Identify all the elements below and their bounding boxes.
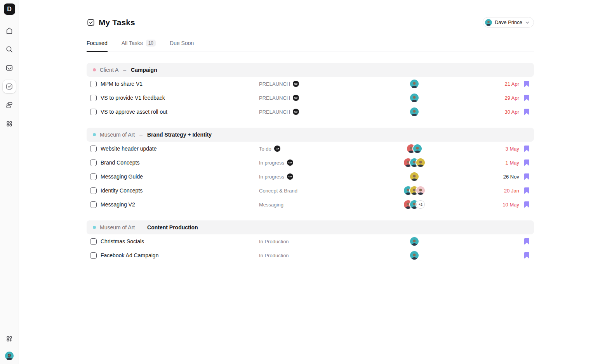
task-title[interactable]: MPM to share V1 — [101, 81, 259, 87]
table-row[interactable]: Identity Concepts Concept & Brand 20 Jan — [87, 184, 534, 198]
task-title[interactable]: Christmas Socials — [101, 238, 259, 244]
status-label: In progress — [259, 174, 284, 180]
page-title: My Tasks — [99, 18, 135, 27]
task-checkbox[interactable] — [90, 238, 97, 245]
task-checkbox[interactable] — [90, 159, 97, 166]
client-name: Museum of Art — [100, 132, 135, 138]
due-date: 10 May — [473, 202, 519, 208]
task-checkbox[interactable] — [90, 95, 97, 101]
person-silhouette — [410, 108, 419, 116]
bookmark-icon[interactable] — [524, 173, 529, 180]
table-row[interactable]: Messaging Guide In progress 26 Nov — [87, 170, 534, 184]
task-checkbox[interactable] — [90, 146, 97, 152]
avatar — [410, 80, 419, 88]
bookmark-icon[interactable] — [524, 81, 529, 87]
task-status: In progress — [259, 173, 356, 180]
task-checkbox[interactable] — [90, 201, 97, 208]
add-apps-icon — [5, 335, 14, 343]
assignee-avatars[interactable] — [410, 107, 419, 116]
tab[interactable]: All Tasks 10 — [122, 40, 156, 52]
project-logo-icon — [274, 146, 280, 152]
tab[interactable]: Due Soon — [170, 40, 194, 52]
section-header[interactable]: Museum of Art – Brand Strategy + Identit… — [87, 128, 534, 142]
bookmark-icon[interactable] — [524, 146, 529, 152]
client-color-dot — [93, 226, 96, 229]
task-checkbox[interactable] — [90, 187, 97, 194]
table-row[interactable]: Christmas Socials In Production — [87, 234, 534, 248]
task-title[interactable]: VS to approve asset roll out — [101, 109, 259, 115]
assignee-avatars[interactable] — [410, 172, 419, 181]
avatar — [416, 158, 425, 167]
assignees-cell — [356, 251, 473, 260]
section-header[interactable]: Museum of Art – Content Production — [87, 220, 534, 234]
bookmark-icon[interactable] — [524, 238, 529, 244]
separator-dash: – — [139, 132, 143, 138]
status-label: In Production — [259, 239, 289, 244]
sidebar-item-search[interactable] — [3, 43, 16, 56]
assignee-avatars[interactable] — [410, 237, 419, 246]
task-status: Messaging — [259, 202, 356, 208]
assignee-avatars[interactable] — [410, 251, 419, 260]
client-color-dot — [93, 133, 96, 136]
assignees-cell — [356, 158, 473, 167]
task-section: Museum of Art – Brand Strategy + Identit… — [87, 128, 534, 211]
page-header: My Tasks Dave Prince — [87, 0, 534, 28]
separator-dash: – — [123, 67, 126, 73]
bookmark-icon[interactable] — [524, 159, 529, 166]
table-row[interactable]: MPM to share V1 PRELAUNCH 21 Apr — [87, 77, 534, 91]
bookmark-icon[interactable] — [524, 95, 529, 101]
task-title[interactable]: Website header update — [101, 146, 259, 152]
user-switcher-button[interactable]: Dave Prince — [483, 17, 534, 28]
app-logo[interactable]: D — [4, 3, 15, 15]
task-checkbox[interactable] — [90, 252, 97, 259]
sidebar-item-add-apps[interactable] — [3, 332, 16, 345]
assignee-avatars[interactable] — [410, 80, 419, 88]
person-silhouette — [410, 94, 419, 102]
person-silhouette — [485, 19, 492, 26]
assignee-avatars[interactable] — [407, 144, 422, 153]
assignee-avatars[interactable] — [404, 158, 425, 167]
person-silhouette — [5, 352, 14, 360]
search-icon — [5, 45, 14, 54]
task-section: Client A – Campaign MPM to share V1 PREL… — [87, 63, 534, 119]
task-title[interactable]: Messaging V2 — [101, 201, 259, 208]
project-logo-icon — [287, 173, 293, 180]
tab-bar: Focused All Tasks 10 Due Soon — [87, 40, 534, 52]
sidebar-item-projects[interactable] — [3, 99, 16, 112]
tab[interactable]: Focused — [87, 40, 108, 52]
sidebar-item-inbox[interactable] — [3, 61, 16, 75]
assignees-cell — [356, 144, 473, 153]
task-title[interactable]: Facebook Ad Campaign — [101, 252, 259, 258]
sidebar-item-apps[interactable] — [3, 117, 16, 130]
task-title[interactable]: Brand Concepts — [101, 159, 259, 166]
bookmark-icon[interactable] — [524, 109, 529, 115]
table-row[interactable]: Messaging V2 Messaging +2 10 May — [87, 198, 534, 211]
task-title[interactable]: VS to provide V1 feedback — [101, 95, 259, 101]
assignee-avatars[interactable] — [404, 186, 425, 195]
task-title[interactable]: Identity Concepts — [101, 187, 259, 194]
sidebar-item-tasks[interactable] — [3, 80, 16, 93]
section-header[interactable]: Client A – Campaign — [87, 63, 534, 77]
task-checkbox[interactable] — [90, 109, 97, 115]
avatar — [410, 94, 419, 102]
bookmark-cell — [519, 146, 534, 152]
task-checkbox[interactable] — [90, 81, 97, 87]
sidebar-user-avatar[interactable] — [5, 352, 14, 360]
separator-dash: – — [139, 224, 143, 231]
person-silhouette — [416, 187, 425, 195]
table-row[interactable]: VS to approve asset roll out PRELAUNCH 3… — [87, 105, 534, 119]
sidebar-item-home[interactable] — [3, 24, 16, 37]
bookmark-icon[interactable] — [524, 252, 529, 258]
task-checkbox[interactable] — [90, 173, 97, 180]
table-row[interactable]: Website header update To do 3 May — [87, 142, 534, 156]
assignee-avatars[interactable] — [410, 94, 419, 102]
user-avatar — [485, 19, 492, 26]
bookmark-icon[interactable] — [524, 187, 529, 194]
bookmark-icon[interactable] — [524, 201, 529, 208]
person-silhouette — [410, 252, 419, 260]
table-row[interactable]: Facebook Ad Campaign In Production — [87, 248, 534, 262]
table-row[interactable]: Brand Concepts In progress 1 May — [87, 156, 534, 170]
task-title[interactable]: Messaging Guide — [101, 173, 259, 180]
table-row[interactable]: VS to provide V1 feedback PRELAUNCH 29 A… — [87, 91, 534, 105]
assignee-avatars[interactable]: +2 — [404, 200, 425, 209]
